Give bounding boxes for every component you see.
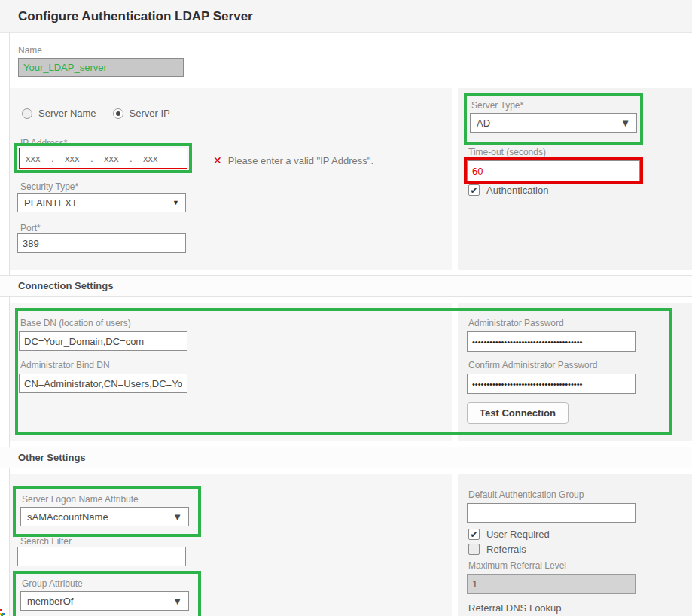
timeout-input[interactable]	[467, 160, 640, 181]
group-attribute-annotation-box: Group Attribute memberOf ▼	[13, 571, 201, 616]
server-name-radio-label: Server Name	[38, 108, 96, 119]
dialog-header: Configure Authentication LDAP Server	[0, 0, 692, 33]
user-required-label: User Required	[486, 529, 550, 540]
base-dn-input[interactable]	[19, 331, 187, 351]
referrals-label: Referrals	[486, 544, 526, 555]
error-x-icon: ✕	[213, 154, 222, 166]
server-type-select[interactable]: AD ▼	[470, 113, 637, 133]
chevron-down-icon: ▼	[172, 596, 182, 607]
name-label: Name	[18, 45, 42, 56]
base-dn-label: Base DN (location of users)	[20, 318, 131, 328]
screen-corner-artifact	[0, 609, 6, 616]
referral-dns-lookup-label: Referral DNS Lookup	[468, 602, 562, 614]
search-filter-label: Search Filter	[20, 536, 72, 547]
group-attribute-select[interactable]: memberOf ▼	[20, 591, 189, 611]
max-referral-level-label: Maximum Referral Level	[468, 560, 566, 571]
authentication-label: Authentication	[486, 184, 548, 196]
chevron-down-icon: ▼	[172, 199, 179, 206]
ip-address-input[interactable]	[19, 148, 187, 169]
admin-bind-dn-input[interactable]	[19, 374, 187, 393]
connection-right-panel: Administrator Password Confirm Administr…	[458, 303, 692, 441]
name-input	[18, 58, 184, 77]
server-type-value: AD	[477, 117, 490, 129]
other-settings-left-panel: Server Logon Name Attribute sAMAccountNa…	[10, 474, 452, 616]
server-address-panel: Server Name Server IP IP Address* ✕ Plea…	[10, 88, 452, 270]
timeout-annotation-box	[464, 157, 643, 184]
user-required-row: ✔ User Required	[468, 529, 550, 540]
authentication-checkbox[interactable]: ✔	[468, 184, 480, 196]
admin-password-label: Administrator Password	[468, 318, 564, 328]
search-filter-input[interactable]	[17, 547, 186, 566]
server-type-annotation-box: Server Type* AD ▼	[464, 93, 643, 145]
referrals-row: Referrals	[468, 544, 526, 555]
server-ip-radio[interactable]	[113, 108, 123, 119]
default-auth-group-label: Default Authentication Group	[468, 489, 584, 500]
timeout-label: Time-out (seconds)	[468, 147, 546, 157]
server-logon-attribute-value: sAMAccountName	[27, 511, 108, 523]
server-mode-radio-group: Server Name Server IP	[22, 108, 181, 119]
configure-ldap-dialog: Configure Authentication LDAP Server Nam…	[0, 0, 692, 616]
server-name-radio[interactable]	[22, 108, 32, 119]
group-attribute-label: Group Attribute	[22, 578, 194, 589]
ip-error-text: Please enter a valid "IP Address".	[228, 155, 373, 166]
confirm-admin-password-input[interactable]	[467, 374, 636, 394]
server-logon-attribute-select[interactable]: sAMAccountName ▼	[20, 507, 189, 526]
max-referral-level-input	[467, 574, 636, 594]
security-type-label: Security Type*	[20, 181, 78, 192]
connection-left-panel: Base DN (location of users) Administrato…	[10, 303, 452, 441]
other-settings-title: Other Settings	[18, 447, 86, 468]
confirm-admin-password-label: Confirm Administrator Password	[468, 360, 597, 371]
server-logon-attribute-label: Server Logon Name Attribute	[22, 494, 194, 505]
connection-settings-title: Connection Settings	[18, 276, 113, 296]
port-label: Port*	[20, 223, 41, 233]
security-type-value: PLAINTEXT	[24, 197, 78, 209]
default-auth-group-input[interactable]	[467, 503, 636, 523]
page-title: Configure Authentication LDAP Server	[18, 0, 692, 33]
authentication-checkbox-row: ✔ Authentication	[468, 184, 548, 196]
referrals-checkbox[interactable]	[468, 544, 480, 555]
group-attribute-value: memberOf	[27, 596, 73, 607]
ip-error-message: ✕ Please enter a valid "IP Address".	[213, 154, 373, 166]
server-ip-radio-label: Server IP	[130, 108, 170, 119]
ip-address-annotation-box	[14, 143, 192, 173]
chevron-down-icon: ▼	[172, 511, 182, 523]
user-required-checkbox[interactable]: ✔	[468, 529, 480, 540]
chevron-down-icon: ▼	[620, 117, 630, 129]
connection-settings-header: Connection Settings	[0, 275, 692, 297]
port-input[interactable]	[17, 233, 186, 253]
server-type-label: Server Type*	[471, 100, 636, 111]
server-type-panel: Server Type* AD ▼ Time-out (seconds) ✔ A…	[458, 88, 692, 270]
server-logon-annotation-box: Server Logon Name Attribute sAMAccountNa…	[13, 486, 201, 537]
admin-password-input[interactable]	[467, 331, 636, 352]
test-connection-button[interactable]: Test Connection	[467, 402, 569, 424]
other-settings-right-panel: Default Authentication Group ✔ User Requ…	[458, 474, 692, 616]
other-settings-header: Other Settings	[0, 447, 692, 468]
admin-bind-dn-label: Administrator Bind DN	[20, 360, 110, 371]
security-type-select[interactable]: PLAINTEXT ▼	[17, 193, 186, 212]
